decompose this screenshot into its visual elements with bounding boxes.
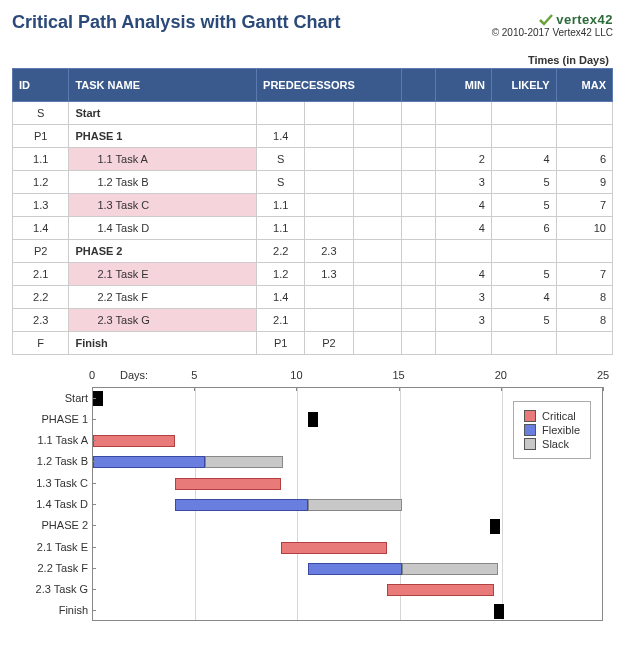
cell-min[interactable]: [435, 240, 491, 263]
cell-min[interactable]: 4: [435, 263, 491, 286]
cell-max[interactable]: [556, 332, 612, 355]
cell-min[interactable]: 3: [435, 171, 491, 194]
cell-min[interactable]: 3: [435, 309, 491, 332]
table-row[interactable]: 1.11.1 Task AS246: [13, 148, 613, 171]
cell-pred[interactable]: P2: [305, 332, 353, 355]
cell-pred[interactable]: [305, 194, 353, 217]
cell-pred[interactable]: [353, 286, 401, 309]
cell-likely[interactable]: 5: [491, 309, 556, 332]
cell-pred[interactable]: [305, 102, 353, 125]
cell-pred[interactable]: 1.1: [257, 217, 305, 240]
cell-pred[interactable]: [305, 125, 353, 148]
cell-likely[interactable]: 5: [491, 171, 556, 194]
cell-pred[interactable]: [305, 148, 353, 171]
cell-id[interactable]: 1.1: [13, 148, 69, 171]
cell-name[interactable]: 1.4 Task D: [69, 217, 257, 240]
table-row[interactable]: 2.12.1 Task E1.21.3457: [13, 263, 613, 286]
cell-name[interactable]: 2.1 Task E: [69, 263, 257, 286]
cell-min[interactable]: 4: [435, 194, 491, 217]
table-row[interactable]: 1.21.2 Task BS359: [13, 171, 613, 194]
cell-id[interactable]: 1.3: [13, 194, 69, 217]
cell-name[interactable]: PHASE 2: [69, 240, 257, 263]
cell-name[interactable]: 2.2 Task F: [69, 286, 257, 309]
cell-pred[interactable]: [305, 217, 353, 240]
cell-pred[interactable]: P1: [257, 332, 305, 355]
cell-id[interactable]: 2.3: [13, 309, 69, 332]
cell-id[interactable]: 2.2: [13, 286, 69, 309]
cell-likely[interactable]: 4: [491, 286, 556, 309]
cell-pred[interactable]: S: [257, 148, 305, 171]
cell-name[interactable]: 1.2 Task B: [69, 171, 257, 194]
cell-max[interactable]: 6: [556, 148, 612, 171]
cell-id[interactable]: P2: [13, 240, 69, 263]
cell-likely[interactable]: 5: [491, 263, 556, 286]
cell-max[interactable]: [556, 125, 612, 148]
cell-min[interactable]: 4: [435, 217, 491, 240]
cell-pred[interactable]: 1.4: [257, 125, 305, 148]
cell-pred[interactable]: [353, 148, 401, 171]
cell-name[interactable]: PHASE 1: [69, 125, 257, 148]
cell-name[interactable]: 1.3 Task C: [69, 194, 257, 217]
cell-pred[interactable]: [353, 125, 401, 148]
cell-pred[interactable]: [353, 171, 401, 194]
cell-likely[interactable]: [491, 102, 556, 125]
cell-name[interactable]: 1.1 Task A: [69, 148, 257, 171]
cell-pred[interactable]: 1.3: [305, 263, 353, 286]
cell-max[interactable]: 8: [556, 309, 612, 332]
cell-id[interactable]: 2.1: [13, 263, 69, 286]
cell-likely[interactable]: [491, 240, 556, 263]
cell-id[interactable]: F: [13, 332, 69, 355]
cell-likely[interactable]: [491, 332, 556, 355]
cell-pred[interactable]: [353, 194, 401, 217]
cell-min[interactable]: [435, 332, 491, 355]
cell-pred[interactable]: [353, 332, 401, 355]
cell-min[interactable]: [435, 125, 491, 148]
cell-pred[interactable]: 1.1: [257, 194, 305, 217]
cell-pred[interactable]: [353, 309, 401, 332]
cell-max[interactable]: 7: [556, 263, 612, 286]
table-row[interactable]: 2.22.2 Task F1.4348: [13, 286, 613, 309]
cell-pred[interactable]: [305, 286, 353, 309]
cell-name[interactable]: Start: [69, 102, 257, 125]
table-row[interactable]: FFinishP1P2: [13, 332, 613, 355]
cell-max[interactable]: 8: [556, 286, 612, 309]
cell-pred[interactable]: 2.2: [257, 240, 305, 263]
cell-pred[interactable]: [257, 102, 305, 125]
cell-likely[interactable]: 4: [491, 148, 556, 171]
cell-pred[interactable]: [353, 240, 401, 263]
cell-pred[interactable]: 2.3: [305, 240, 353, 263]
cell-id[interactable]: 1.2: [13, 171, 69, 194]
cell-id[interactable]: S: [13, 102, 69, 125]
table-row[interactable]: 1.41.4 Task D1.14610: [13, 217, 613, 240]
legend-swatch: [524, 424, 536, 436]
cell-pred[interactable]: [353, 263, 401, 286]
table-row[interactable]: 1.31.3 Task C1.1457: [13, 194, 613, 217]
cell-pred[interactable]: [305, 309, 353, 332]
cell-max[interactable]: 10: [556, 217, 612, 240]
cell-pred[interactable]: [353, 102, 401, 125]
cell-min[interactable]: 3: [435, 286, 491, 309]
cell-max[interactable]: 7: [556, 194, 612, 217]
table-row[interactable]: SStart: [13, 102, 613, 125]
cell-likely[interactable]: 6: [491, 217, 556, 240]
table-row[interactable]: P1PHASE 11.4: [13, 125, 613, 148]
cell-likely[interactable]: 5: [491, 194, 556, 217]
cell-name[interactable]: Finish: [69, 332, 257, 355]
table-row[interactable]: P2PHASE 22.22.3: [13, 240, 613, 263]
cell-name[interactable]: 2.3 Task G: [69, 309, 257, 332]
cell-min[interactable]: [435, 102, 491, 125]
cell-max[interactable]: 9: [556, 171, 612, 194]
cell-pred[interactable]: [353, 217, 401, 240]
cell-pred[interactable]: 2.1: [257, 309, 305, 332]
cell-id[interactable]: P1: [13, 125, 69, 148]
cell-pred[interactable]: 1.4: [257, 286, 305, 309]
cell-max[interactable]: [556, 240, 612, 263]
table-row[interactable]: 2.32.3 Task G2.1358: [13, 309, 613, 332]
cell-min[interactable]: 2: [435, 148, 491, 171]
cell-pred[interactable]: [305, 171, 353, 194]
cell-likely[interactable]: [491, 125, 556, 148]
cell-pred[interactable]: S: [257, 171, 305, 194]
cell-id[interactable]: 1.4: [13, 217, 69, 240]
cell-pred[interactable]: 1.2: [257, 263, 305, 286]
cell-max[interactable]: [556, 102, 612, 125]
